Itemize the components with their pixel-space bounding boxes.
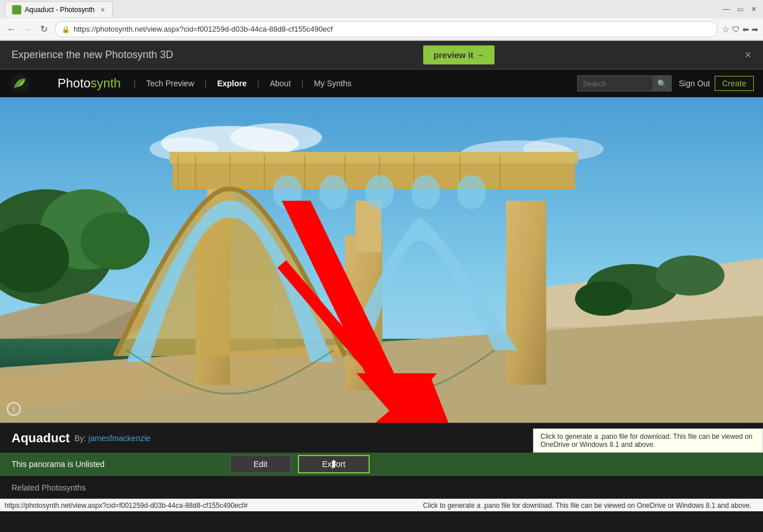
promo-text: Experience the new Photosynth 3D <box>11 49 173 61</box>
address-actions: ☆ 🛡 ⬅ ➡ <box>722 25 758 34</box>
maximize-button[interactable]: ▭ <box>735 5 745 14</box>
nav-divider-4: | <box>301 78 304 89</box>
viewer-area[interactable]: i <box>0 97 763 423</box>
refresh-button[interactable]: ↻ <box>37 22 51 36</box>
shield-button[interactable]: 🛡 <box>732 25 740 34</box>
export-button[interactable]: Export <box>298 455 369 473</box>
export-tooltip: Click to generate a .pano file for downl… <box>533 428 763 453</box>
title-bar: Aquaduct - Photosynth × — ▭ ✕ <box>0 0 763 18</box>
related-title: Related Photosynths <box>11 483 86 492</box>
preview-button[interactable]: preview it → <box>423 45 494 64</box>
lock-icon: 🔒 <box>62 25 70 33</box>
promo-close-button[interactable]: × <box>745 48 752 62</box>
window-controls: — ▭ ✕ <box>722 5 758 14</box>
svg-point-38 <box>319 175 348 209</box>
export-area: Export ⬆ <box>298 455 369 473</box>
nav-divider-3: | <box>257 78 259 89</box>
svg-point-3 <box>230 123 322 152</box>
status-url-text: https://photosynth.net/view.aspx?cid=f00… <box>5 502 248 510</box>
search-input[interactable] <box>578 76 653 91</box>
synth-author-link[interactable]: jamesfmackenzie <box>89 434 151 443</box>
logo-area: Microsoft® Photosynth <box>9 73 121 94</box>
status-bar: This panorama is Unlisted Edit Export ⬆ … <box>0 453 763 476</box>
address-bar-row: ← → ↻ 🔒 https://photosynth.net/view.aspx… <box>0 18 763 40</box>
navbar: Microsoft® Photosynth | Tech Preview | E… <box>0 70 763 97</box>
forward-addr-button[interactable]: ➡ <box>752 25 758 34</box>
minimize-button[interactable]: — <box>722 5 731 14</box>
nav-buttons: ← → ↻ <box>5 22 51 36</box>
nav-explore[interactable]: Explore <box>210 70 254 97</box>
create-button[interactable]: Create <box>715 76 754 91</box>
svg-rect-26 <box>170 152 578 163</box>
svg-point-41 <box>457 175 486 209</box>
tab-favicon <box>12 5 21 14</box>
synth-title: Aquaduct <box>11 431 70 446</box>
logo-text: Photosynth <box>57 76 121 91</box>
browser-status-bar: https://photosynth.net/view.aspx?cid=f00… <box>0 499 763 511</box>
forward-button[interactable]: → <box>21 22 34 36</box>
extensions-button[interactable]: ⬅ <box>742 25 749 34</box>
status-tooltip-text: Click to generate a .pano file for downl… <box>416 502 758 510</box>
back-button[interactable]: ← <box>5 22 18 36</box>
tab-title: Aquaduct - Photosynth <box>25 6 94 14</box>
close-window-button[interactable]: ✕ <box>749 5 758 14</box>
unlisted-status-text: This panorama is Unlisted <box>11 460 230 469</box>
svg-rect-22 <box>506 201 546 385</box>
tab-close-button[interactable]: × <box>100 5 105 14</box>
nav-search-box[interactable]: 🔍 <box>577 75 672 91</box>
related-section: Related Photosynths <box>0 476 763 499</box>
synth-by-label: By: <box>74 434 86 443</box>
info-icon[interactable]: i <box>7 402 21 416</box>
bookmark-button[interactable]: ☆ <box>722 25 730 34</box>
svg-point-44 <box>575 281 632 316</box>
address-text: https://photosynth.net/view.aspx?cid=f00… <box>74 25 711 33</box>
sign-out-link[interactable]: Sign Out <box>678 79 710 88</box>
svg-point-43 <box>655 255 724 296</box>
search-button[interactable]: 🔍 <box>653 76 671 91</box>
aqueduct-scene <box>0 97 763 423</box>
photosynth-logo-icon <box>9 73 30 94</box>
svg-point-40 <box>411 175 440 209</box>
svg-point-39 <box>365 175 394 209</box>
promo-banner: Experience the new Photosynth 3D preview… <box>0 41 763 70</box>
svg-point-37 <box>273 175 302 209</box>
nav-about[interactable]: About <box>263 70 298 97</box>
browser-chrome: Aquaduct - Photosynth × — ▭ ✕ ← → ↻ 🔒 ht… <box>0 0 763 41</box>
nav-divider-1: | <box>133 78 136 89</box>
svg-point-10 <box>80 212 149 270</box>
nav-my-synths[interactable]: My Synths <box>307 70 358 97</box>
nav-divider-2: | <box>205 78 207 89</box>
address-box[interactable]: 🔒 https://photosynth.net/view.aspx?cid=f… <box>55 21 718 37</box>
nav-tech-preview[interactable]: Tech Preview <box>139 70 201 97</box>
browser-tab[interactable]: Aquaduct - Photosynth × <box>5 1 113 17</box>
edit-button[interactable]: Edit <box>230 456 291 473</box>
